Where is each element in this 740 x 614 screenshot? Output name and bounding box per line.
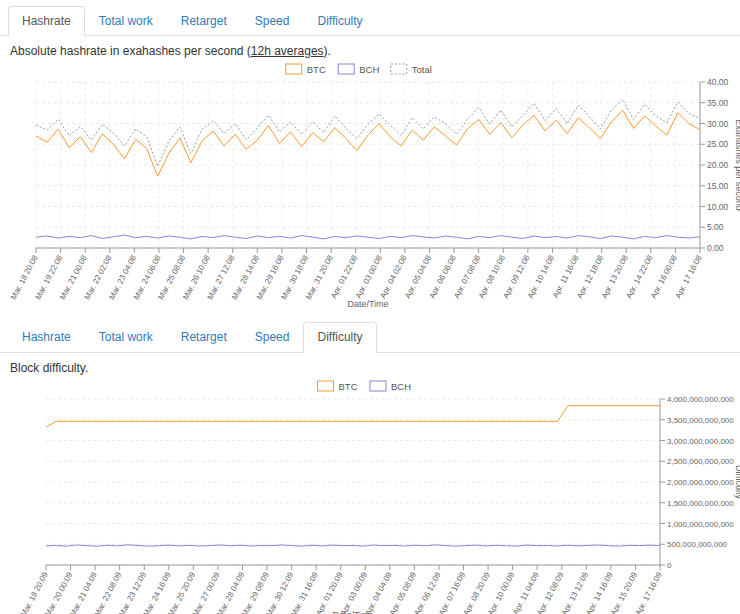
y-tick-label: 0.00 xyxy=(707,243,724,253)
x-tick-label: Apr. 11 04:09 xyxy=(511,570,541,614)
y-tick-label: 2,000,000,000,000 xyxy=(667,478,734,487)
tab-hashrate[interactable]: Hashrate xyxy=(8,6,85,36)
legend-swatch-Total xyxy=(391,64,407,74)
legend-item-BTC: BTC xyxy=(318,380,358,391)
legend-swatch-BCH xyxy=(370,381,386,391)
difficulty-description-text: Block difficulty. xyxy=(10,361,88,375)
y-tick-label: 1,000,000,000,000 xyxy=(667,519,734,528)
y-tick-label: 35.00 xyxy=(707,98,729,108)
tab-difficulty[interactable]: Difficulty xyxy=(303,6,376,36)
legend-item-BCH: BCH xyxy=(338,64,379,75)
legend-label: Total xyxy=(412,64,432,75)
tab-total-work[interactable]: Total work xyxy=(85,6,167,36)
series-line-BCH xyxy=(46,545,660,547)
legend-item-BTC: BTC xyxy=(286,64,326,75)
tab-speed[interactable]: Speed xyxy=(241,6,304,36)
series-line-BTC xyxy=(46,405,660,427)
y-tick-label: 25.00 xyxy=(707,140,729,150)
series-line-BCH xyxy=(36,235,700,239)
x-tick-label: Apr. 17 16:08 xyxy=(673,254,704,301)
y-tick-label: 500,000,000,000 xyxy=(667,540,728,549)
y-tick-label: 10.00 xyxy=(707,202,729,212)
y-tick-label: 3,500,000,000,000 xyxy=(667,416,734,425)
difficulty-description: Block difficulty. xyxy=(10,361,740,375)
difficulty-svg: 0500,000,000,0001,000,000,000,0001,500,0… xyxy=(0,377,740,614)
tab-retarget[interactable]: Retarget xyxy=(167,6,241,36)
difficulty-panel-tab-bar: Hashrate Total work Retarget Speed Diffi… xyxy=(0,316,740,352)
legend-item-Total: Total xyxy=(391,64,432,75)
y-tick-label: 30.00 xyxy=(707,119,729,129)
hashrate-panel-tab-bar: Hashrate Total work Retarget Speed Diffi… xyxy=(0,0,740,36)
legend-swatch-BCH xyxy=(338,64,354,74)
tab2-hashrate[interactable]: Hashrate xyxy=(8,322,85,352)
hashrate-description-text: Absolute hashrate in exahashes per secon… xyxy=(10,44,251,58)
tab2-total-work[interactable]: Total work xyxy=(85,322,167,352)
legend-label: BTC xyxy=(339,380,358,391)
hashrate-chart: 0.005.0010.0015.0020.0025.0030.0035.0040… xyxy=(0,60,740,316)
hashrate-description-suffix: ). xyxy=(324,44,331,58)
legend-swatch-BTC xyxy=(318,381,334,391)
x-tick-label: Mar. 18 20:09 xyxy=(19,570,50,614)
averages-link[interactable]: 12h averages xyxy=(251,44,324,58)
x-axis-title: Date/Time xyxy=(347,299,388,309)
legend-label: BCH xyxy=(391,380,411,391)
difficulty-chart: 0500,000,000,0001,000,000,000,0001,500,0… xyxy=(0,377,740,614)
y-tick-label: 4,000,000,000,000 xyxy=(667,395,734,404)
legend-label: BCH xyxy=(359,64,379,75)
y-tick-label: 15.00 xyxy=(707,181,729,191)
y-tick-label: 2,500,000,000,000 xyxy=(667,457,734,466)
series-line-BTC xyxy=(36,111,700,177)
series-line-Total xyxy=(36,100,700,167)
y-axis-title: Exahashes per second xyxy=(734,120,740,212)
y-axis-title: Difficulty xyxy=(734,465,740,499)
y-tick-label: 3,000,000,000,000 xyxy=(667,436,734,445)
legend-item-BCH: BCH xyxy=(370,380,411,391)
tab2-speed[interactable]: Speed xyxy=(241,322,304,352)
y-tick-label: 1,500,000,000,000 xyxy=(667,499,734,508)
hashrate-description: Absolute hashrate in exahashes per secon… xyxy=(10,44,740,58)
hashrate-svg: 0.005.0010.0015.0020.0025.0030.0035.0040… xyxy=(0,60,740,312)
legend-label: BTC xyxy=(307,64,326,75)
tab2-retarget[interactable]: Retarget xyxy=(167,322,241,352)
tab2-difficulty[interactable]: Difficulty xyxy=(303,322,376,352)
y-tick-label: 20.00 xyxy=(707,160,729,170)
y-tick-label: 0 xyxy=(667,561,672,570)
y-tick-label: 40.00 xyxy=(707,77,729,87)
x-axis-title: Date/Time xyxy=(332,610,373,614)
legend-swatch-BTC xyxy=(286,64,302,74)
y-tick-label: 5.00 xyxy=(707,223,724,233)
